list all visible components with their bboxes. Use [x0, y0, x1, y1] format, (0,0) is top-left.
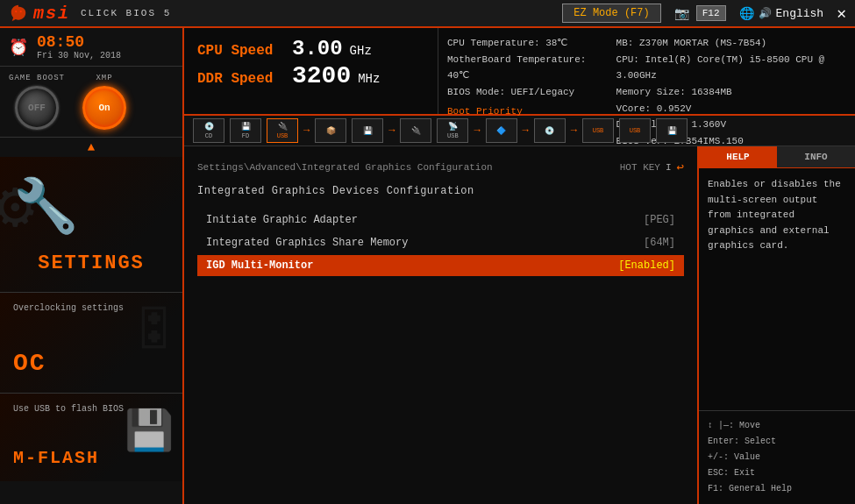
- sys-info-section: MB: Z370M MORTAR (MS-7B54) CPU: Intel(R)…: [606, 28, 855, 114]
- menu-item-initiate-graphic[interactable]: Initiate Graphic Adapter [PEG]: [197, 209, 684, 231]
- top-info-bar: CPU Speed 3.00 GHz DDR Speed 3200 MHz CP…: [184, 28, 855, 116]
- msi-logo: msi CLICK BIOS 5: [9, 4, 171, 24]
- info-tab[interactable]: INFO: [777, 146, 855, 167]
- help-tab[interactable]: HELP: [699, 146, 777, 167]
- hotkey-pipe: I: [666, 162, 672, 173]
- language-label[interactable]: English: [776, 7, 824, 20]
- initiate-graphic-value: [PEG]: [644, 214, 675, 226]
- nav-general-help: F1: General Help: [708, 481, 846, 497]
- globe-icon: 🌐: [739, 6, 754, 21]
- nav-move: ↕ |—: Move: [708, 418, 846, 434]
- vcore-info: VCore: 0.952V: [616, 101, 844, 117]
- speed-section: CPU Speed 3.00 GHz DDR Speed 3200 MHz: [184, 28, 438, 114]
- click-bios-text: CLICK BIOS 5: [81, 8, 171, 18]
- clock-date: Fri 30 Nov, 2018: [37, 51, 121, 60]
- msi-dragon-icon: [9, 4, 28, 23]
- svg-point-1: [20, 11, 22, 12]
- boot-arrow-2: →: [388, 124, 395, 137]
- f12-area: 📷 F12: [674, 5, 726, 21]
- boot-arrow-5: →: [571, 124, 577, 137]
- game-boost-label: GAME BOOST: [9, 74, 65, 82]
- left-sidebar: ⏰ 08:50 Fri 30 Nov, 2018 GAME BOOST OFF …: [0, 28, 184, 504]
- cpu-info: CPU: Intel(R) Core(TM) i5-8500 CPU @ 3.0…: [616, 52, 844, 84]
- screenshot-camera-icon: 📷: [674, 6, 689, 21]
- hotkey-label: HOT KEY: [620, 162, 660, 173]
- boot-device-hd[interactable]: 📦: [315, 118, 346, 143]
- sidebar-arrow-up: ▲: [0, 138, 182, 157]
- igdc-title: Integrated Graphics Devices Configuratio…: [197, 185, 684, 197]
- settings-section[interactable]: ⚙ 🔧 SETTINGS: [0, 157, 182, 293]
- game-boost-section: GAME BOOST OFF: [9, 74, 65, 130]
- menu-item-share-memory[interactable]: Integrated Graphics Share Memory [64M]: [197, 232, 684, 253]
- cpu-speed-label: CPU Speed: [197, 43, 285, 59]
- oc-section[interactable]: 🎛 Overclocking settings OC: [0, 293, 182, 394]
- menu-item-igd-multi-monitor[interactable]: IGD Multi-Monitor [Enabled]: [197, 255, 684, 276]
- xmp-toggle[interactable]: On: [82, 86, 126, 130]
- boot-arrow-4: →: [523, 124, 529, 137]
- svg-point-0: [15, 11, 17, 12]
- bios-mode: BIOS Mode: UEFI/Legacy: [447, 84, 597, 101]
- close-button[interactable]: ✕: [837, 4, 846, 23]
- initiate-graphic-name: Initiate Graphic Adapter: [206, 214, 358, 226]
- mflash-small-label: Use USB to flash BIOS: [13, 404, 124, 414]
- nav-help: ↕ |—: Move Enter: Select +/-: Value ESC:…: [699, 410, 855, 504]
- boot-device-2[interactable]: 💾: [352, 118, 383, 143]
- xmp-section: XMP On: [82, 74, 126, 130]
- settings-content: Settings\Advanced\Integrated Graphics Co…: [184, 146, 855, 504]
- help-info-tabs: HELP INFO: [699, 146, 855, 168]
- mflash-usb-icon: 💾: [125, 407, 174, 456]
- boot-device-usb3[interactable]: USB: [582, 118, 614, 143]
- boot-device-cd[interactable]: 💿CD: [193, 118, 224, 143]
- share-memory-name: Integrated Graphics Share Memory: [206, 237, 408, 249]
- f12-label: F12: [696, 5, 726, 21]
- oc-small-label: Overclocking settings: [13, 303, 124, 313]
- mflash-section[interactable]: 💾 Use USB to flash BIOS M-FLASH: [0, 394, 182, 481]
- settings-label: SETTINGS: [0, 252, 182, 274]
- boot-device-3[interactable]: 🔷: [486, 118, 517, 143]
- right-help-panel: HELP INFO Enables or disables the multi-…: [697, 146, 855, 504]
- cpu-speed-value: 3.00: [292, 37, 343, 60]
- mb-info: MB: Z370M MORTAR (MS-7B54): [616, 35, 844, 52]
- help-text: Enables or disables the multi-screen out…: [708, 177, 846, 254]
- breadcrumb: Settings\Advanced\Integrated Graphics Co…: [197, 162, 493, 173]
- ez-mode-button[interactable]: EZ Mode (F7): [562, 4, 660, 23]
- ddr-speed-value: 3200: [292, 62, 351, 89]
- speaker-icon: 🔊: [759, 7, 772, 20]
- clock-area: ⏰ 08:50 Fri 30 Nov, 2018: [0, 28, 182, 67]
- game-boost-toggle[interactable]: OFF: [15, 86, 59, 130]
- main-content: CPU Speed 3.00 GHz DDR Speed 3200 MHz CP…: [184, 28, 855, 504]
- settings-wrench-icon: 🔧: [13, 174, 79, 239]
- mflash-label: M-FLASH: [13, 448, 99, 468]
- hotkey-back-icon[interactable]: ↩: [677, 160, 684, 174]
- xmp-label: XMP: [96, 74, 112, 82]
- help-content: Enables or disables the multi-screen out…: [699, 168, 855, 410]
- temp-section: CPU Temperature: 38℃ MotherBoard Tempera…: [438, 28, 606, 114]
- boot-device-usb2[interactable]: 🔌: [400, 118, 431, 143]
- nav-select: Enter: Select: [708, 434, 846, 450]
- nav-value: +/-: Value: [708, 450, 846, 465]
- boot-device-usb5[interactable]: 💾: [656, 118, 688, 143]
- nav-esc: ESC: Exit: [708, 465, 846, 481]
- igd-multi-monitor-value: [Enabled]: [618, 259, 675, 272]
- boot-device-fd[interactable]: 💾FD: [230, 118, 261, 143]
- msi-brand-text: msi: [33, 4, 70, 24]
- boot-arrow-1: →: [303, 124, 310, 137]
- cpu-speed-row: CPU Speed 3.00 GHz: [197, 37, 424, 60]
- settings-main-panel: Settings\Advanced\Integrated Graphics Co…: [184, 146, 697, 504]
- boot-priority-label: Boot Priority: [447, 103, 597, 120]
- igd-multi-monitor-name: IGD Multi-Monitor: [206, 259, 313, 272]
- clock-time: 08:50: [37, 33, 121, 51]
- oc-label: OC: [13, 350, 46, 377]
- boot-device-net[interactable]: 📡USB: [437, 118, 468, 143]
- cpu-temp: CPU Temperature: 38℃: [447, 35, 597, 52]
- boot-device-usb1[interactable]: 🔌USB: [267, 118, 298, 143]
- boost-xmp-row: GAME BOOST OFF XMP On: [0, 67, 182, 138]
- boot-arrow-3: →: [474, 124, 480, 137]
- ddr-speed-unit: MHz: [358, 72, 380, 86]
- ddr-speed-label: DDR Speed: [197, 71, 285, 87]
- boot-device-cd2[interactable]: 💿: [534, 118, 566, 143]
- boot-device-usb4[interactable]: USB: [619, 118, 651, 143]
- cpu-speed-unit: GHz: [350, 44, 372, 58]
- hotkey-bar: HOT KEY I ↩: [620, 160, 684, 174]
- oc-dial-icon: 🎛: [130, 302, 178, 360]
